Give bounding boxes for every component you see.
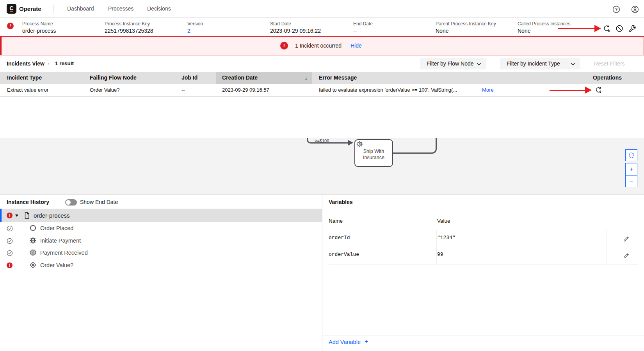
gateway-icon <box>30 262 36 268</box>
variables-col-value: Value <box>437 218 450 224</box>
message-event-icon <box>30 249 36 256</box>
col-job-id[interactable]: Job Id <box>181 72 197 84</box>
completed-check-icon <box>7 238 13 244</box>
sort-desc-icon[interactable]: ↓ <box>305 72 308 84</box>
fit-diagram-icon <box>628 152 635 159</box>
sequence-flow-in-line <box>312 142 349 144</box>
process-document-icon <box>23 212 30 219</box>
filter-by-flow-node-dropdown[interactable]: Filter by Flow Node <box>420 58 486 69</box>
show-end-date-label: Show End Date <box>80 199 118 205</box>
variables-col-name: Name <box>329 218 343 224</box>
history-root-row-selected[interactable]: ! order-process <box>0 209 322 222</box>
variable-name: orderId <box>329 235 350 241</box>
nav-item-dashboard[interactable]: Dashboard <box>67 0 94 18</box>
bottom-panels: Instance History Show End Date ! order-p… <box>0 195 644 351</box>
incident-banner: ! 1 Incident occurred Hide <box>0 36 644 55</box>
version-link[interactable]: 2 <box>187 28 190 34</box>
show-end-date-toggle[interactable] <box>65 199 77 206</box>
start-event-icon <box>30 225 36 231</box>
sequence-flow-out <box>392 138 437 154</box>
annotation-arrow-line <box>558 28 595 29</box>
bpmn-diagram-panel[interactable]: >=$100 Ship With In <box>0 138 644 195</box>
cell-incident-type: Extract value error <box>7 84 48 96</box>
modify-icon[interactable] <box>628 24 636 33</box>
diagram-zoom-controls: + − <box>625 163 637 187</box>
incident-banner-icon: ! <box>280 42 288 50</box>
operate-app: C Operate Dashboard Processes Decisions … <box>0 0 644 351</box>
incident-state-icon: ! <box>7 23 14 29</box>
help-icon[interactable]: ? <box>612 5 621 14</box>
cell-creation-date: 2023-09-29 09:16:57 <box>222 84 269 96</box>
chevron-down-icon <box>571 62 575 66</box>
variables-panel: Variables Name Value orderId "1234" orde… <box>322 195 644 351</box>
incidents-result-count: 1 result <box>55 55 74 72</box>
col-operations: Operations <box>593 72 622 84</box>
variable-name: orderValue <box>329 252 359 257</box>
edit-variable-icon[interactable] <box>623 252 630 258</box>
instance-history-title: Instance History <box>7 199 49 205</box>
col-failing-flow-node[interactable]: Failing Flow Node <box>90 72 137 84</box>
incidents-title-separator: - <box>48 55 50 72</box>
incident-banner-message: 1 Incident occurred <box>295 37 342 55</box>
app-title: Operate <box>19 0 41 18</box>
instance-header: ! Process Name order-process Process Ins… <box>0 18 644 36</box>
chevron-down-icon <box>477 62 481 66</box>
cancel-icon[interactable] <box>615 24 624 33</box>
variable-value: 99 <box>437 252 443 257</box>
variable-value: "1234" <box>437 235 455 241</box>
service-task-gear-icon <box>356 141 363 147</box>
variables-title: Variables <box>329 199 353 205</box>
history-row-payment-received[interactable]: Payment Received <box>0 247 322 259</box>
chevron-down-icon[interactable] <box>15 214 18 217</box>
zoom-in-button[interactable]: + <box>626 163 637 175</box>
zoom-out-button[interactable]: − <box>626 175 637 187</box>
col-error-message[interactable]: Error Message <box>319 72 357 84</box>
history-row-order-placed[interactable]: Order Placed <box>0 222 322 234</box>
history-row-order-value[interactable]: ! Order Value? <box>0 259 322 271</box>
top-nav: C Operate Dashboard Processes Decisions … <box>0 0 644 18</box>
sequence-flow-arrowhead <box>348 140 353 145</box>
completed-check-icon <box>7 225 13 232</box>
selection-indicator <box>0 209 2 222</box>
cell-job-id: -- <box>181 84 185 96</box>
nav-divider <box>53 5 54 13</box>
col-creation-date-sorted[interactable]: Creation Date ↓ <box>216 72 312 84</box>
instance-history-panel: Instance History Show End Date ! order-p… <box>0 195 322 351</box>
incidents-table-header: Incident Type Failing Flow Node Job Id C… <box>0 72 644 84</box>
nav-item-processes[interactable]: Processes <box>108 0 133 18</box>
hide-incidents-link[interactable]: Hide <box>350 37 362 55</box>
edit-variable-icon[interactable] <box>623 235 630 241</box>
error-message-more-link[interactable]: More <box>482 84 494 96</box>
incidents-view-bar: Incidents View - 1 result Filter by Flow… <box>0 55 644 72</box>
incident-state-icon: ! <box>7 262 12 268</box>
incident-state-icon: ! <box>7 213 12 218</box>
user-icon[interactable] <box>631 5 639 14</box>
annotation-arrow-line <box>550 90 586 91</box>
cell-error-message: failed to evaluate expression 'orderValu… <box>319 84 457 96</box>
add-variable-plus-icon[interactable]: + <box>365 338 368 345</box>
col-incident-type[interactable]: Incident Type <box>7 72 42 84</box>
filter-by-incident-type-dropdown[interactable]: Filter by Incident Type <box>500 58 580 69</box>
reset-filters-button[interactable]: Reset Filters <box>594 55 625 72</box>
service-task-icon <box>30 237 36 244</box>
task-label: Ship With Insurance <box>355 148 392 161</box>
history-root-label: order-process <box>34 209 70 222</box>
history-row-initiate-payment[interactable]: Initiate Payment <box>0 235 322 247</box>
nav-item-decisions[interactable]: Decisions <box>147 0 171 18</box>
incidents-view-title: Incidents View <box>7 55 44 72</box>
camunda-logo-icon[interactable]: C <box>7 4 16 14</box>
annotation-arrow-head <box>594 25 601 32</box>
add-variable-button[interactable]: Add Variable <box>329 339 361 345</box>
annotation-arrow-head <box>585 87 592 94</box>
cell-failing-flow-node: Order Value? <box>90 84 119 96</box>
diagram-reset-view-button[interactable] <box>625 149 637 161</box>
retry-incident-icon[interactable] <box>594 86 602 94</box>
completed-check-icon <box>7 250 13 256</box>
incident-row[interactable]: Extract value error Order Value? -- 2023… <box>0 84 644 97</box>
retry-icon[interactable] <box>602 24 611 33</box>
task-ship-with-insurance[interactable]: Ship With Insurance <box>354 139 393 167</box>
svg-text:?: ? <box>615 7 618 12</box>
